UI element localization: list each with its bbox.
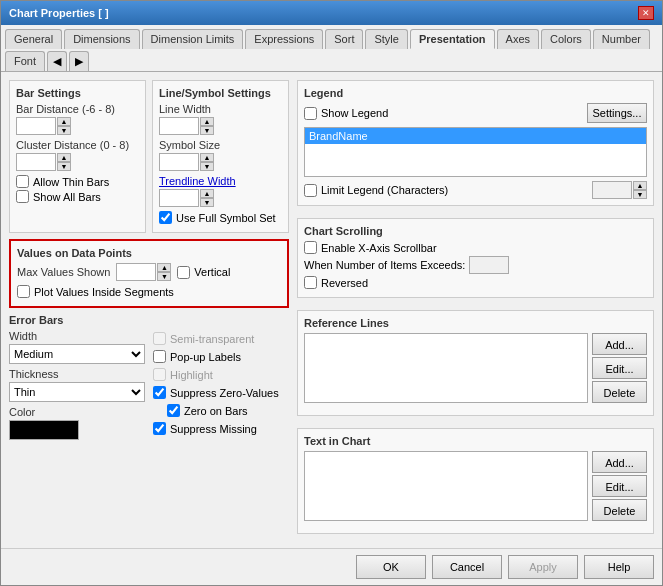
trendline-width-up[interactable]: ▲ (200, 189, 214, 198)
trendline-width-label[interactable]: Trendline Width (159, 175, 282, 187)
text-in-chart-buttons: Add... Edit... Delete (592, 451, 647, 525)
suppress-zero-checkbox[interactable] (153, 386, 166, 399)
trendline-width-down[interactable]: ▼ (200, 198, 214, 207)
highlight-label: Highlight (170, 369, 213, 381)
tab-scroll-right[interactable]: ▶ (69, 51, 89, 71)
settings-button[interactable]: Settings... (587, 103, 647, 123)
tab-dimension-limits[interactable]: Dimension Limits (142, 29, 244, 49)
color-label: Color (9, 406, 145, 418)
bar-settings-group: Bar Settings Bar Distance (-6 - 8) 8 ▲ ▼… (9, 80, 146, 233)
tab-colors[interactable]: Colors (541, 29, 591, 49)
trendline-width-spinner-btns: ▲ ▼ (200, 189, 214, 207)
tab-expressions[interactable]: Expressions (245, 29, 323, 49)
enable-scrollbar-row: Enable X-Axis Scrollbar (304, 241, 647, 254)
ref-edit-button[interactable]: Edit... (592, 357, 647, 379)
limit-legend-row: Limit Legend (Characters) 15 ▲ ▼ (304, 181, 647, 199)
limit-legend-spinner: 15 ▲ ▼ (592, 181, 647, 199)
cluster-distance-up[interactable]: ▲ (57, 153, 71, 162)
zero-on-bars-label: Zero on Bars (184, 405, 248, 417)
thickness-label: Thickness (9, 368, 145, 380)
semi-transparent-checkbox[interactable] (153, 332, 166, 345)
popup-labels-checkbox[interactable] (153, 350, 166, 363)
zero-on-bars-checkbox[interactable] (167, 404, 180, 417)
limit-legend-spinner-btns: ▲ ▼ (633, 181, 647, 199)
thickness-select[interactable]: Thin Medium Thick (10, 383, 144, 401)
cluster-distance-input[interactable]: 1 (16, 153, 56, 171)
symbol-size-input[interactable]: 2 pt (159, 153, 199, 171)
symbol-size-spinner-btns: ▲ ▼ (200, 153, 214, 171)
when-exceeds-input[interactable]: 10 (469, 256, 509, 274)
reference-lines-box (304, 333, 588, 403)
trendline-width-input[interactable]: 1 pt (159, 189, 199, 207)
max-values-spinner-btns: ▲ ▼ (157, 263, 171, 281)
width-select[interactable]: Medium Thin Thick (10, 345, 144, 363)
color-picker[interactable] (9, 420, 79, 440)
line-width-up[interactable]: ▲ (200, 117, 214, 126)
text-in-chart-box (304, 451, 588, 521)
apply-button[interactable]: Apply (508, 555, 578, 579)
use-full-symbol-checkbox[interactable] (159, 211, 172, 224)
chart-properties-window: Chart Properties [ ] ✕ General Dimension… (0, 0, 663, 586)
bar-distance-input[interactable]: 8 (16, 117, 56, 135)
line-width-down[interactable]: ▼ (200, 126, 214, 135)
text-delete-button[interactable]: Delete (592, 499, 647, 521)
legend-top-row: Show Legend Settings... (304, 103, 647, 123)
show-all-bars-checkbox[interactable] (16, 190, 29, 203)
legend-item[interactable]: BrandName (305, 128, 646, 144)
limit-legend-down[interactable]: ▼ (633, 190, 647, 199)
allow-thin-bars-checkbox[interactable] (16, 175, 29, 188)
symbol-size-up[interactable]: ▲ (200, 153, 214, 162)
show-legend-checkbox[interactable] (304, 107, 317, 120)
max-values-down[interactable]: ▼ (157, 272, 171, 281)
bar-distance-spinner-btns: ▲ ▼ (57, 117, 71, 135)
enable-scrollbar-label: Enable X-Axis Scrollbar (321, 242, 437, 254)
vertical-checkbox[interactable] (177, 266, 190, 279)
zero-on-bars-row: Zero on Bars (153, 404, 289, 417)
plot-values-inside-checkbox[interactable] (17, 285, 30, 298)
text-add-button[interactable]: Add... (592, 451, 647, 473)
tab-font[interactable]: Font (5, 51, 45, 71)
max-values-up[interactable]: ▲ (157, 263, 171, 272)
text-in-chart-section: Text in Chart Add... Edit... Delete (297, 428, 654, 534)
bar-distance-down[interactable]: ▼ (57, 126, 71, 135)
limit-legend-up[interactable]: ▲ (633, 181, 647, 190)
limit-legend-label: Limit Legend (Characters) (321, 184, 448, 196)
max-values-input[interactable]: 100 (116, 263, 156, 281)
cancel-button[interactable]: Cancel (432, 555, 502, 579)
bar-distance-up[interactable]: ▲ (57, 117, 71, 126)
tab-axes[interactable]: Axes (497, 29, 539, 49)
limit-legend-checkbox[interactable] (304, 184, 317, 197)
reversed-checkbox[interactable] (304, 276, 317, 289)
tab-style[interactable]: Style (365, 29, 407, 49)
close-button[interactable]: ✕ (638, 6, 654, 20)
help-button[interactable]: Help (584, 555, 654, 579)
width-label: Width (9, 330, 145, 342)
symbol-size-down[interactable]: ▼ (200, 162, 214, 171)
line-width-label: Line Width (159, 103, 282, 115)
tab-general[interactable]: General (5, 29, 62, 49)
tab-scroll-left[interactable]: ◀ (47, 51, 67, 71)
main-content: Bar Settings Bar Distance (-6 - 8) 8 ▲ ▼… (1, 72, 662, 548)
ok-button[interactable]: OK (356, 555, 426, 579)
cluster-distance-down[interactable]: ▼ (57, 162, 71, 171)
tab-presentation[interactable]: Presentation (410, 29, 495, 49)
limit-legend-input[interactable]: 15 (592, 181, 632, 199)
values-title: Values on Data Points (17, 247, 281, 259)
highlight-checkbox[interactable] (153, 368, 166, 381)
suppress-missing-checkbox[interactable] (153, 422, 166, 435)
reference-lines-content: Add... Edit... Delete (304, 333, 647, 407)
tab-bar: General Dimensions Dimension Limits Expr… (1, 25, 662, 72)
ref-add-button[interactable]: Add... (592, 333, 647, 355)
tab-dimensions[interactable]: Dimensions (64, 29, 139, 49)
legend-title: Legend (304, 87, 647, 99)
line-width-input[interactable]: 2 pt (159, 117, 199, 135)
reference-lines-buttons: Add... Edit... Delete (592, 333, 647, 407)
ref-delete-button[interactable]: Delete (592, 381, 647, 403)
text-in-chart-title: Text in Chart (304, 435, 647, 447)
text-edit-button[interactable]: Edit... (592, 475, 647, 497)
tab-number[interactable]: Number (593, 29, 650, 49)
tab-sort[interactable]: Sort (325, 29, 363, 49)
plot-values-inside-label: Plot Values Inside Segments (34, 286, 174, 298)
enable-scrollbar-checkbox[interactable] (304, 241, 317, 254)
checkboxes-group: Semi-transparent Pop-up Labels Highlight (153, 330, 289, 440)
